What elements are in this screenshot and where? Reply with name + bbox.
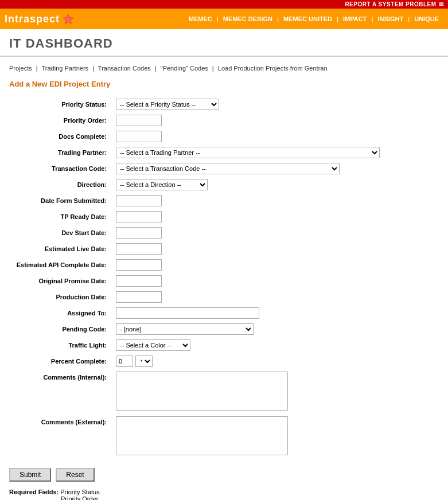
trading-partner-select[interactable]: -- Select a Trading Partner -- bbox=[116, 147, 380, 158]
breadcrumb-trading-partners[interactable]: Trading Partners bbox=[42, 65, 89, 72]
comments-internal-cell bbox=[112, 369, 422, 414]
nav-insight[interactable]: INSIGHT bbox=[373, 15, 408, 22]
priority-status-row: Priority Status: -- Select a Priority St… bbox=[9, 96, 422, 112]
dev-start-date-cell bbox=[112, 225, 422, 241]
trading-partner-row: Trading Partner: -- Select a Trading Par… bbox=[9, 144, 422, 161]
transaction-code-label: Transaction Code: bbox=[9, 161, 112, 177]
button-row: Submit Reset bbox=[9, 468, 439, 482]
estimated-api-complete-row: Estimated API Complete Date: bbox=[9, 257, 422, 273]
original-promise-date-cell bbox=[112, 273, 422, 289]
report-bar: REPORT A SYSTEM PROBLEM ✉ bbox=[0, 0, 448, 9]
estimated-live-date-input[interactable] bbox=[116, 243, 162, 255]
comments-internal-textarea[interactable] bbox=[116, 372, 288, 411]
breadcrumb: Projects | Trading Partners | Transactio… bbox=[0, 61, 448, 75]
bc-sep-1: | bbox=[36, 65, 38, 72]
direction-cell: -- Select a Direction -- bbox=[112, 177, 422, 193]
estimated-api-complete-cell bbox=[112, 257, 422, 273]
form-table: Priority Status: -- Select a Priority St… bbox=[9, 96, 422, 459]
assigned-to-input[interactable] bbox=[116, 307, 259, 319]
form-section: Add a New EDI Project Entry Priority Sta… bbox=[0, 75, 448, 500]
transaction-code-row: Transaction Code: -- Select a Transactio… bbox=[9, 161, 422, 177]
production-date-input[interactable] bbox=[116, 291, 162, 303]
date-form-submitted-cell bbox=[112, 193, 422, 209]
nav-sep-2: | bbox=[277, 15, 279, 22]
traffic-light-select[interactable]: -- Select a Color -- bbox=[116, 339, 190, 351]
tp-ready-date-input[interactable] bbox=[116, 211, 162, 222]
priority-order-row: Priority Order: bbox=[9, 112, 422, 128]
direction-row: Direction: -- Select a Direction -- bbox=[9, 177, 422, 193]
pending-code-select[interactable]: - [none] bbox=[116, 323, 254, 335]
pending-code-row: Pending Code: - [none] bbox=[9, 321, 422, 337]
percent-complete-input[interactable] bbox=[116, 356, 133, 367]
breadcrumb-load-production[interactable]: Load Production Projects from Gentran bbox=[218, 65, 328, 72]
required-fields-priority-status: Priority Status bbox=[60, 489, 99, 495]
priority-order-input[interactable] bbox=[116, 115, 162, 126]
traffic-light-label: Traffic Light: bbox=[9, 337, 112, 353]
estimated-live-date-label: Estimated Live Date: bbox=[9, 241, 112, 257]
required-fields: Required Fields: Priority Status Priorit… bbox=[9, 489, 439, 500]
nav-sep-5: | bbox=[408, 15, 410, 22]
email-icon: ✉ bbox=[439, 1, 444, 7]
bc-sep-3: | bbox=[155, 65, 157, 72]
assigned-to-label: Assigned To: bbox=[9, 305, 112, 321]
transaction-code-select[interactable]: -- Select a Transaction Code -- bbox=[116, 163, 340, 174]
estimated-api-complete-label: Estimated API Complete Date: bbox=[9, 257, 112, 273]
required-fields-priority-order: Priority Order bbox=[61, 495, 98, 500]
comments-external-textarea[interactable] bbox=[116, 416, 288, 455]
submit-button[interactable]: Submit bbox=[9, 468, 51, 482]
docs-complete-label: Docs Complete: bbox=[9, 128, 112, 144]
form-heading: Add a New EDI Project Entry bbox=[9, 80, 439, 88]
breadcrumb-transaction-codes[interactable]: Transaction Codes bbox=[98, 65, 151, 72]
assigned-to-row: Assigned To: bbox=[9, 305, 422, 321]
dev-start-date-row: Dev Start Date: bbox=[9, 225, 422, 241]
date-form-submitted-input[interactable] bbox=[116, 195, 162, 206]
breadcrumb-projects[interactable]: Projects bbox=[9, 65, 32, 72]
date-form-submitted-row: Date Form Submitted: bbox=[9, 193, 422, 209]
bc-sep-4: | bbox=[212, 65, 214, 72]
breadcrumb-pending-codes[interactable]: "Pending" Codes bbox=[161, 65, 208, 72]
priority-order-label: Priority Order: bbox=[9, 112, 112, 128]
comments-internal-row: Comments (Internal): bbox=[9, 369, 422, 414]
nav-memec-design[interactable]: MEMEC DESIGN bbox=[219, 15, 277, 22]
traffic-light-cell: -- Select a Color -- bbox=[112, 337, 422, 353]
comments-external-label: Comments (External): bbox=[9, 414, 112, 459]
comments-external-row: Comments (External): bbox=[9, 414, 422, 459]
tp-ready-date-cell bbox=[112, 209, 422, 225]
production-date-row: Production Date: bbox=[9, 289, 422, 305]
dev-start-date-input[interactable] bbox=[116, 227, 162, 239]
percent-complete-row: Percent Complete: ▼ bbox=[9, 353, 422, 369]
production-date-cell bbox=[112, 289, 422, 305]
nav-links: MEMEC | MEMEC DESIGN | MEMEC UNITED | IM… bbox=[184, 15, 443, 22]
docs-complete-cell bbox=[112, 128, 422, 144]
percent-complete-select[interactable]: ▼ bbox=[135, 356, 153, 367]
assigned-to-cell bbox=[112, 305, 422, 321]
percent-complete-row-inner: ▼ bbox=[116, 356, 419, 367]
priority-status-cell: -- Select a Priority Status -- bbox=[112, 96, 422, 112]
priority-status-select[interactable]: -- Select a Priority Status -- bbox=[116, 99, 219, 110]
original-promise-date-input[interactable] bbox=[116, 275, 162, 287]
trading-partner-cell: -- Select a Trading Partner -- bbox=[112, 144, 422, 161]
docs-complete-input[interactable] bbox=[116, 131, 162, 142]
trading-partner-label: Trading Partner: bbox=[9, 144, 112, 161]
direction-select[interactable]: -- Select a Direction -- bbox=[116, 179, 208, 190]
report-problem-label[interactable]: REPORT A SYSTEM PROBLEM bbox=[345, 1, 436, 7]
production-date-label: Production Date: bbox=[9, 289, 112, 305]
nav-sep-3: | bbox=[337, 15, 338, 22]
logo-area: Intraspect bbox=[5, 13, 75, 25]
logo-text: Intraspect bbox=[5, 13, 60, 25]
nav-impact[interactable]: IMPACT bbox=[338, 15, 371, 22]
nav-memec-united[interactable]: MEMEC UNITED bbox=[279, 15, 337, 22]
required-fields-label: Required Fields: bbox=[9, 489, 59, 495]
estimated-api-complete-input[interactable] bbox=[116, 259, 162, 271]
tp-ready-date-row: TP Ready Date: bbox=[9, 209, 422, 225]
nav-sep-1: | bbox=[217, 15, 219, 22]
nav-memec[interactable]: MEMEC bbox=[184, 15, 217, 22]
reset-button[interactable]: Reset bbox=[56, 468, 94, 482]
nav-unique[interactable]: UNIQUE bbox=[410, 15, 443, 22]
percent-complete-label: Percent Complete: bbox=[9, 353, 112, 369]
top-bar: Intraspect MEMEC | MEMEC DESIGN | MEMEC … bbox=[0, 9, 448, 29]
traffic-light-row: Traffic Light: -- Select a Color -- bbox=[9, 337, 422, 353]
original-promise-date-label: Original Promise Date: bbox=[9, 273, 112, 289]
logo-icon bbox=[62, 13, 75, 25]
dev-start-date-label: Dev Start Date: bbox=[9, 225, 112, 241]
